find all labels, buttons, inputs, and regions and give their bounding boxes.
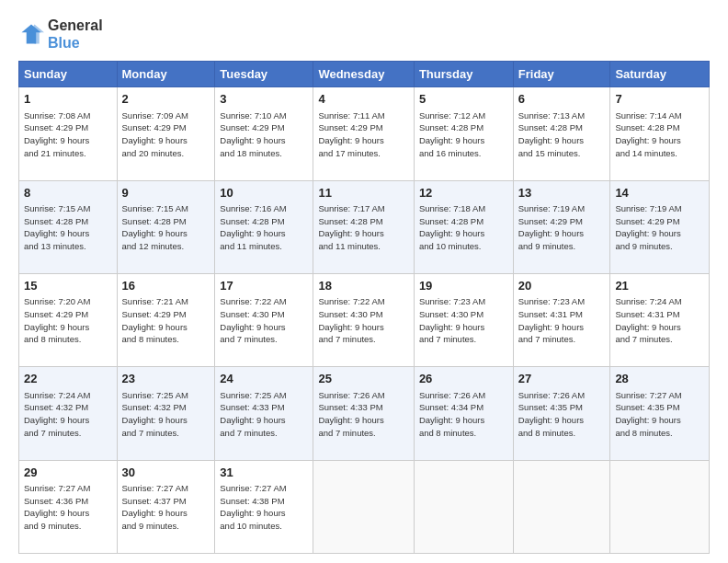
header-wednesday: Wednesday bbox=[313, 62, 414, 87]
day-info: Sunrise: 7:11 AM Sunset: 4:29 PM Dayligh… bbox=[318, 109, 408, 160]
header-sunday: Sunday bbox=[19, 62, 118, 87]
day-number: 11 bbox=[318, 185, 408, 201]
calendar-body: 1 Sunrise: 7:08 AM Sunset: 4:29 PM Dayli… bbox=[19, 87, 710, 554]
calendar-cell bbox=[414, 460, 513, 553]
day-number: 19 bbox=[419, 278, 508, 294]
calendar-cell: 6 Sunrise: 7:13 AM Sunset: 4:28 PM Dayli… bbox=[513, 87, 610, 180]
logo-icon bbox=[18, 21, 44, 47]
day-info: Sunrise: 7:17 AM Sunset: 4:28 PM Dayligh… bbox=[318, 202, 408, 253]
calendar-cell: 11 Sunrise: 7:17 AM Sunset: 4:28 PM Dayl… bbox=[313, 180, 414, 273]
day-info: Sunrise: 7:26 AM Sunset: 4:35 PM Dayligh… bbox=[518, 389, 606, 440]
calendar-cell: 31 Sunrise: 7:27 AM Sunset: 4:38 PM Dayl… bbox=[215, 460, 313, 553]
calendar-cell: 9 Sunrise: 7:15 AM Sunset: 4:28 PM Dayli… bbox=[117, 180, 215, 273]
calendar-cell bbox=[313, 460, 414, 553]
day-number: 30 bbox=[122, 465, 210, 481]
day-number: 2 bbox=[122, 91, 210, 108]
header-monday: Monday bbox=[117, 62, 215, 87]
day-info: Sunrise: 7:24 AM Sunset: 4:32 PM Dayligh… bbox=[24, 389, 112, 440]
day-number: 20 bbox=[518, 278, 606, 294]
day-number: 3 bbox=[220, 91, 308, 108]
day-number: 24 bbox=[220, 371, 308, 387]
day-info: Sunrise: 7:23 AM Sunset: 4:30 PM Dayligh… bbox=[419, 295, 508, 346]
day-number: 8 bbox=[24, 185, 112, 201]
calendar-table: Sunday Monday Tuesday Wednesday Thursday… bbox=[18, 61, 710, 554]
day-number: 28 bbox=[615, 371, 704, 387]
calendar-cell: 7 Sunrise: 7:14 AM Sunset: 4:28 PM Dayli… bbox=[610, 87, 710, 180]
calendar-cell: 15 Sunrise: 7:20 AM Sunset: 4:29 PM Dayl… bbox=[19, 274, 118, 367]
day-info: Sunrise: 7:12 AM Sunset: 4:28 PM Dayligh… bbox=[419, 109, 508, 160]
calendar-cell: 23 Sunrise: 7:25 AM Sunset: 4:32 PM Dayl… bbox=[117, 367, 215, 460]
header-thursday: Thursday bbox=[414, 62, 513, 87]
calendar-cell: 29 Sunrise: 7:27 AM Sunset: 4:36 PM Dayl… bbox=[19, 460, 118, 553]
day-number: 10 bbox=[220, 185, 308, 201]
calendar-cell: 17 Sunrise: 7:22 AM Sunset: 4:30 PM Dayl… bbox=[215, 274, 313, 367]
calendar-cell: 19 Sunrise: 7:23 AM Sunset: 4:30 PM Dayl… bbox=[414, 274, 513, 367]
day-number: 31 bbox=[220, 465, 308, 481]
calendar-cell bbox=[513, 460, 610, 553]
calendar-week-1: 1 Sunrise: 7:08 AM Sunset: 4:29 PM Dayli… bbox=[19, 87, 710, 180]
day-info: Sunrise: 7:13 AM Sunset: 4:28 PM Dayligh… bbox=[518, 109, 606, 160]
day-number: 17 bbox=[220, 278, 308, 294]
calendar-cell: 26 Sunrise: 7:26 AM Sunset: 4:34 PM Dayl… bbox=[414, 367, 513, 460]
day-number: 1 bbox=[24, 91, 112, 108]
calendar-cell: 13 Sunrise: 7:19 AM Sunset: 4:29 PM Dayl… bbox=[513, 180, 610, 273]
calendar-cell: 30 Sunrise: 7:27 AM Sunset: 4:37 PM Dayl… bbox=[117, 460, 215, 553]
day-number: 26 bbox=[419, 371, 508, 387]
calendar-week-3: 15 Sunrise: 7:20 AM Sunset: 4:29 PM Dayl… bbox=[19, 274, 710, 367]
day-info: Sunrise: 7:22 AM Sunset: 4:30 PM Dayligh… bbox=[318, 295, 408, 346]
day-info: Sunrise: 7:23 AM Sunset: 4:31 PM Dayligh… bbox=[518, 295, 606, 346]
day-info: Sunrise: 7:18 AM Sunset: 4:28 PM Dayligh… bbox=[419, 202, 508, 253]
day-number: 6 bbox=[518, 91, 606, 108]
day-info: Sunrise: 7:27 AM Sunset: 4:36 PM Dayligh… bbox=[24, 482, 112, 533]
calendar-cell: 20 Sunrise: 7:23 AM Sunset: 4:31 PM Dayl… bbox=[513, 274, 610, 367]
logo-text: General Blue bbox=[48, 17, 103, 52]
day-number: 18 bbox=[318, 278, 408, 294]
day-number: 23 bbox=[122, 371, 210, 387]
day-info: Sunrise: 7:22 AM Sunset: 4:30 PM Dayligh… bbox=[220, 295, 308, 346]
day-info: Sunrise: 7:19 AM Sunset: 4:29 PM Dayligh… bbox=[615, 202, 704, 253]
day-info: Sunrise: 7:14 AM Sunset: 4:28 PM Dayligh… bbox=[615, 109, 704, 160]
day-number: 21 bbox=[615, 278, 704, 294]
calendar-cell: 18 Sunrise: 7:22 AM Sunset: 4:30 PM Dayl… bbox=[313, 274, 414, 367]
day-info: Sunrise: 7:21 AM Sunset: 4:29 PM Dayligh… bbox=[122, 295, 210, 346]
day-number: 12 bbox=[419, 185, 508, 201]
day-info: Sunrise: 7:09 AM Sunset: 4:29 PM Dayligh… bbox=[122, 109, 210, 160]
day-info: Sunrise: 7:15 AM Sunset: 4:28 PM Dayligh… bbox=[24, 202, 112, 253]
day-info: Sunrise: 7:15 AM Sunset: 4:28 PM Dayligh… bbox=[122, 202, 210, 253]
day-number: 27 bbox=[518, 371, 606, 387]
day-number: 22 bbox=[24, 371, 112, 387]
calendar-week-2: 8 Sunrise: 7:15 AM Sunset: 4:28 PM Dayli… bbox=[19, 180, 710, 273]
day-info: Sunrise: 7:25 AM Sunset: 4:33 PM Dayligh… bbox=[220, 389, 308, 440]
calendar-cell bbox=[610, 460, 710, 553]
calendar-cell: 4 Sunrise: 7:11 AM Sunset: 4:29 PM Dayli… bbox=[313, 87, 414, 180]
day-info: Sunrise: 7:27 AM Sunset: 4:37 PM Dayligh… bbox=[122, 482, 210, 533]
calendar-cell: 16 Sunrise: 7:21 AM Sunset: 4:29 PM Dayl… bbox=[117, 274, 215, 367]
calendar-cell: 8 Sunrise: 7:15 AM Sunset: 4:28 PM Dayli… bbox=[19, 180, 118, 273]
day-number: 15 bbox=[24, 278, 112, 294]
header-saturday: Saturday bbox=[610, 62, 710, 87]
page: General Blue Sunday Monday Tuesday Wedne… bbox=[0, 0, 728, 563]
header-friday: Friday bbox=[513, 62, 610, 87]
calendar-cell: 25 Sunrise: 7:26 AM Sunset: 4:33 PM Dayl… bbox=[313, 367, 414, 460]
day-number: 16 bbox=[122, 278, 210, 294]
day-number: 29 bbox=[24, 465, 112, 481]
calendar-cell: 27 Sunrise: 7:26 AM Sunset: 4:35 PM Dayl… bbox=[513, 367, 610, 460]
calendar-cell: 14 Sunrise: 7:19 AM Sunset: 4:29 PM Dayl… bbox=[610, 180, 710, 273]
calendar-cell: 24 Sunrise: 7:25 AM Sunset: 4:33 PM Dayl… bbox=[215, 367, 313, 460]
day-number: 9 bbox=[122, 185, 210, 201]
calendar-week-5: 29 Sunrise: 7:27 AM Sunset: 4:36 PM Dayl… bbox=[19, 460, 710, 553]
day-info: Sunrise: 7:24 AM Sunset: 4:31 PM Dayligh… bbox=[615, 295, 704, 346]
day-info: Sunrise: 7:20 AM Sunset: 4:29 PM Dayligh… bbox=[24, 295, 112, 346]
day-number: 5 bbox=[419, 91, 508, 108]
calendar-header-row: Sunday Monday Tuesday Wednesday Thursday… bbox=[19, 62, 710, 87]
day-info: Sunrise: 7:26 AM Sunset: 4:33 PM Dayligh… bbox=[318, 389, 408, 440]
day-number: 4 bbox=[318, 91, 408, 108]
day-number: 13 bbox=[518, 185, 606, 201]
calendar-cell: 1 Sunrise: 7:08 AM Sunset: 4:29 PM Dayli… bbox=[19, 87, 118, 180]
calendar-cell: 5 Sunrise: 7:12 AM Sunset: 4:28 PM Dayli… bbox=[414, 87, 513, 180]
calendar-cell: 22 Sunrise: 7:24 AM Sunset: 4:32 PM Dayl… bbox=[19, 367, 118, 460]
day-info: Sunrise: 7:19 AM Sunset: 4:29 PM Dayligh… bbox=[518, 202, 606, 253]
calendar-cell: 21 Sunrise: 7:24 AM Sunset: 4:31 PM Dayl… bbox=[610, 274, 710, 367]
day-info: Sunrise: 7:10 AM Sunset: 4:29 PM Dayligh… bbox=[220, 109, 308, 160]
day-number: 7 bbox=[615, 91, 704, 108]
